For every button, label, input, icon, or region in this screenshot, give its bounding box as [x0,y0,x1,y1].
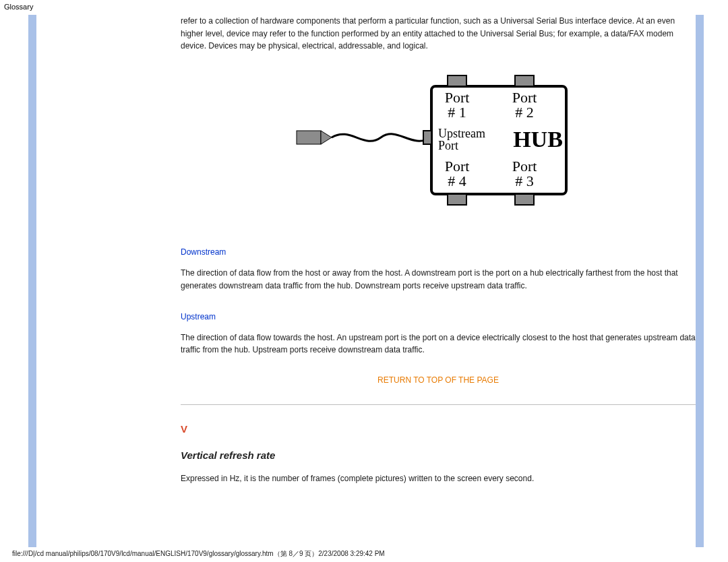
svg-marker-1 [321,131,332,144]
term-downstream-body: The direction of data flow from the host… [181,267,696,292]
svg-rect-6 [515,194,534,205]
left-accent-bar [28,15,36,547]
svg-rect-3 [448,75,466,86]
footer-path: file:///D|/cd manual/philips/08/170V9/lc… [12,549,385,559]
svg-text:# 2: # 2 [515,104,534,121]
svg-rect-4 [515,75,534,86]
return-to-top-link[interactable]: RETURN TO TOP OF THE PAGE [181,374,696,387]
svg-rect-5 [448,194,466,205]
term-upstream-label: Upstream [181,311,696,323]
svg-rect-0 [297,131,321,144]
svg-text:Port: Port [438,139,458,152]
svg-text:# 4: # 4 [448,173,466,189]
svg-rect-7 [423,131,431,144]
section-heading-vertical-refresh: Vertical refresh rate [181,447,696,463]
term-upstream-body: The direction of data flow towards the h… [181,332,696,356]
section-letter-v: V [181,421,696,437]
intro-paragraph: refer to a collection of hardware compon… [181,15,696,53]
hub-diagram: Port # 1 Port # 2 Upstream Port HUB Port… [181,62,696,221]
right-accent-bar [696,15,704,547]
main-content: refer to a collection of hardware compon… [181,15,696,485]
svg-text:HUB: HUB [513,127,563,152]
svg-text:# 1: # 1 [448,104,466,121]
page-title: Glossary [0,0,728,11]
section-body-vertical-refresh: Expressed in Hz, it is the number of fra… [181,472,696,485]
term-downstream-label: Downstream [181,246,696,259]
svg-text:Upstream: Upstream [438,127,485,140]
svg-text:# 3: # 3 [515,173,534,189]
divider [181,404,696,405]
